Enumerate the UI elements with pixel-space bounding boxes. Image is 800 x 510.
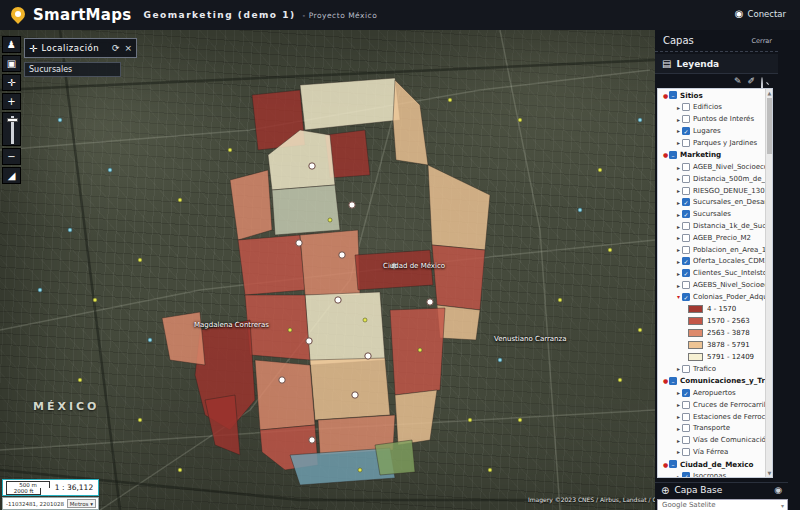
layer-checkbox[interactable] <box>682 281 690 289</box>
layer-item-sucursales[interactable]: ▸✓Sucursales <box>658 208 766 220</box>
layer-item-parques-y-jardines[interactable]: ▸Parques y Jardines <box>658 137 766 149</box>
zoom-slider[interactable] <box>2 112 21 146</box>
group-bullet-icon[interactable]: ● <box>662 377 669 384</box>
refresh-icon[interactable]: ⟳ <box>112 43 120 53</box>
expand-arrow-icon[interactable]: ▸ <box>675 127 682 134</box>
layer-item-puntos-de-inter-s[interactable]: ▸Puntos de Interés <box>658 113 766 125</box>
group-bullet-icon[interactable]: ● <box>662 461 669 468</box>
expand-arrow-icon[interactable]: ▾ <box>675 293 682 300</box>
group-bullet-icon[interactable]: ● <box>662 151 669 158</box>
coordinates-unit-dropdown[interactable]: Metros ▾ <box>67 499 96 508</box>
edit-pencil-icon[interactable]: ✎ <box>734 76 742 86</box>
layer-item-ageb-nivel-socioeconomico[interactable]: ▸AGEB_Nivel_Socioeconomico <box>658 161 766 173</box>
layer-checkbox[interactable] <box>682 103 690 111</box>
expand-arrow-icon[interactable]: ▸ <box>675 164 682 171</box>
layer-item-estaciones-de-ferrocarril[interactable]: ▸Estaciones de Ferrocarril <box>658 411 766 423</box>
layer-item-agebs-nivel-socioeconomico[interactable]: ▸AGEBS_Nivel_Socioeconomico <box>658 279 766 291</box>
layer-checkbox[interactable]: ✓ <box>682 293 690 301</box>
layer-checkbox[interactable] <box>682 424 690 432</box>
basemap-toggle-icon[interactable]: ◉ <box>774 485 782 495</box>
expand-arrow-icon[interactable]: ▸ <box>675 116 682 123</box>
expand-arrow-icon[interactable]: ▸ <box>675 199 682 206</box>
layer-item-distancia-1k-de-sucursales[interactable]: ▸Distancia_1k_de_Sucursales <box>658 220 766 232</box>
expand-arrow-icon[interactable]: ▸ <box>675 365 682 372</box>
expand-arrow-icon[interactable]: ▸ <box>675 258 682 265</box>
layer-item-aeropuertos[interactable]: ▸✓Aeropuertos <box>658 387 766 399</box>
group-bullet-icon[interactable]: ● <box>662 92 669 99</box>
layer-item-poblacion-en-area-1k-storage[interactable]: ▸Poblacion_en_Area_1K_Storage <box>658 244 766 256</box>
expand-arrow-icon[interactable]: ▸ <box>675 223 682 230</box>
layer-group-comunicaciones-y-transportes[interactable]: ●–Comunicaciones_y_Transportes <box>658 375 766 388</box>
layer-checkbox[interactable] <box>682 234 690 242</box>
tree-scrollbar[interactable]: ▲ ▼ <box>765 89 772 477</box>
layer-checkbox[interactable]: ✓ <box>682 210 690 218</box>
layer-checkbox[interactable]: – <box>669 151 677 159</box>
expand-arrow-icon[interactable]: ▸ <box>675 104 682 111</box>
expand-arrow-icon[interactable]: ▸ <box>675 437 682 444</box>
layer-checkbox[interactable] <box>682 187 690 195</box>
layer-item-riesgo-denue-13072021[interactable]: ▸RIESGO_DENUE_13072021 <box>658 185 766 197</box>
localization-header[interactable]: ✛ Localización ⟳ × <box>24 38 137 58</box>
draw-pencil-icon[interactable]: ✐ <box>747 76 755 86</box>
layer-checkbox[interactable] <box>682 139 690 147</box>
layer-checkbox[interactable]: – <box>669 377 677 385</box>
layer-item-cruces-de-ferrocarril[interactable]: ▸Cruces de Ferrocarril <box>658 399 766 411</box>
layer-checkbox[interactable] <box>682 246 690 254</box>
expand-arrow-icon[interactable]: ▸ <box>675 139 682 146</box>
basemap-select[interactable]: Google Satelite ▾ <box>657 499 788 510</box>
layer-checkbox[interactable]: ✓ <box>682 198 690 206</box>
close-panel-button[interactable]: Cerrar <box>752 37 772 45</box>
close-icon[interactable]: × <box>124 43 132 53</box>
layer-item-isocronas[interactable]: ▸✓Isocronas <box>658 470 766 478</box>
expand-arrow-icon[interactable]: ▸ <box>675 282 682 289</box>
layer-item-oferta-locales-cdmx-storage[interactable]: ▸✓Oferta_Locales_CDMX_Storage <box>658 256 766 268</box>
scroll-up-icon[interactable]: ▲ <box>766 89 773 97</box>
connect-button[interactable]: ◉ Conectar <box>735 8 786 19</box>
layer-checkbox[interactable] <box>682 222 690 230</box>
layer-item-v-as-de-comunicaci-n[interactable]: ▸Vías de Comunicación <box>658 434 766 446</box>
layer-checkbox[interactable]: ✓ <box>682 389 690 397</box>
layer-checkbox[interactable] <box>682 163 690 171</box>
localization-search-input[interactable]: Sucursales <box>24 62 121 77</box>
expand-arrow-icon[interactable]: ▸ <box>675 234 682 241</box>
expand-arrow-icon[interactable]: ▸ <box>675 270 682 277</box>
layer-checkbox[interactable]: – <box>669 460 677 468</box>
zoom-in-button[interactable]: + <box>2 93 21 110</box>
layer-checkbox[interactable] <box>682 115 690 123</box>
expand-arrow-icon[interactable]: ▸ <box>675 473 682 478</box>
layer-group-sitios[interactable]: ●–Sitios <box>658 89 766 102</box>
layer-checkbox[interactable] <box>682 448 690 456</box>
layer-checkbox[interactable] <box>682 413 690 421</box>
layer-item-edificios[interactable]: ▸Edificios <box>658 102 766 114</box>
expand-arrow-icon[interactable]: ▸ <box>675 175 682 182</box>
layer-item-distancia-500m-de-sucursales[interactable]: ▸Distancia_500m_de_Sucursales <box>658 173 766 185</box>
layer-checkbox[interactable]: ✓ <box>682 269 690 277</box>
expand-arrow-icon[interactable]: ▸ <box>675 413 682 420</box>
expand-arrow-icon[interactable]: ▸ <box>675 389 682 396</box>
layer-item-trafico[interactable]: ▸Trafico <box>658 363 766 375</box>
layer-checkbox[interactable] <box>682 436 690 444</box>
layer-item-colonias-poder-adquisitivo[interactable]: ▾✓Colonias_Poder_Adquisitivo <box>658 291 766 303</box>
layer-item-clientes-suc-intelstoras-storage[interactable]: ▸✓Clientes_Suc_Intelstoras_Storage <box>658 267 766 279</box>
layer-item-transporte[interactable]: ▸Transporte <box>658 422 766 434</box>
layer-checkbox[interactable]: ✓ <box>682 472 690 478</box>
layer-checkbox[interactable]: – <box>669 91 677 99</box>
scroll-down-icon[interactable]: ▼ <box>766 469 773 477</box>
layer-checkbox[interactable]: ✓ <box>682 127 690 135</box>
layer-checkbox[interactable] <box>682 365 690 373</box>
expand-arrow-icon[interactable]: ▸ <box>675 211 682 218</box>
fullscreen-tool[interactable]: ✛ <box>2 74 21 91</box>
search-layers-icon[interactable] <box>761 78 768 85</box>
zoom-out-button[interactable]: − <box>2 148 21 165</box>
layer-item-ageb-precio-m2[interactable]: ▸AGEB_Precio_M2 <box>658 232 766 244</box>
layer-checkbox[interactable]: ✓ <box>682 257 690 265</box>
expand-arrow-icon[interactable]: ▸ <box>675 401 682 408</box>
layer-item-sucursales-en-desarrollo[interactable]: ▸✓Sucursales_en_Desarrollo <box>658 197 766 209</box>
layer-checkbox[interactable] <box>682 401 690 409</box>
expand-arrow-icon[interactable]: ▸ <box>675 187 682 194</box>
select-extent-tool[interactable]: ▣ <box>2 55 21 72</box>
layer-group-ciudad-de-mexico[interactable]: ●–Ciudad_de_Mexico <box>658 458 766 471</box>
pan-tool[interactable]: ◢ <box>2 167 21 184</box>
layer-group-marketing[interactable]: ●–Marketing <box>658 149 766 162</box>
expand-arrow-icon[interactable]: ▸ <box>675 246 682 253</box>
